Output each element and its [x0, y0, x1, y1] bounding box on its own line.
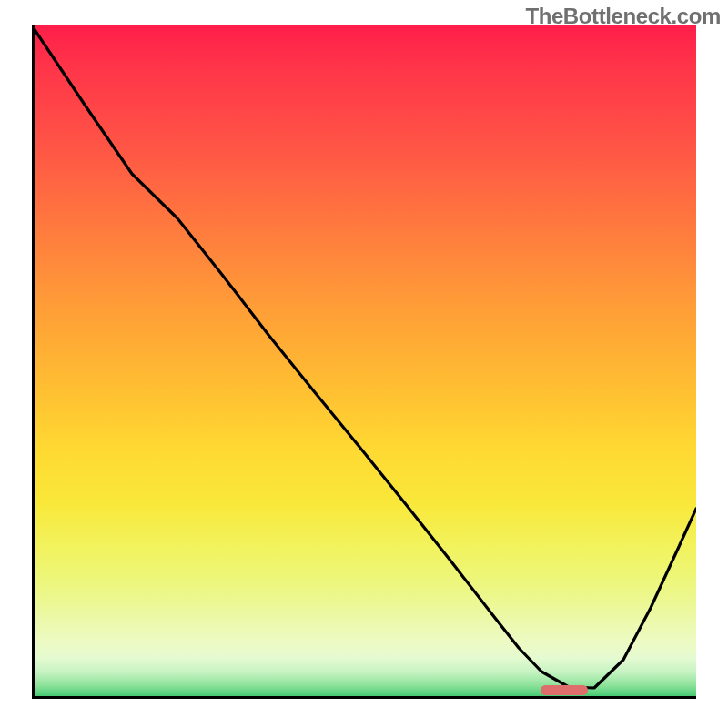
- optimal-marker: [541, 685, 588, 695]
- plot-area: [32, 25, 696, 699]
- bottleneck-curve: [32, 25, 696, 699]
- chart-canvas: TheBottleneck.com: [0, 0, 728, 728]
